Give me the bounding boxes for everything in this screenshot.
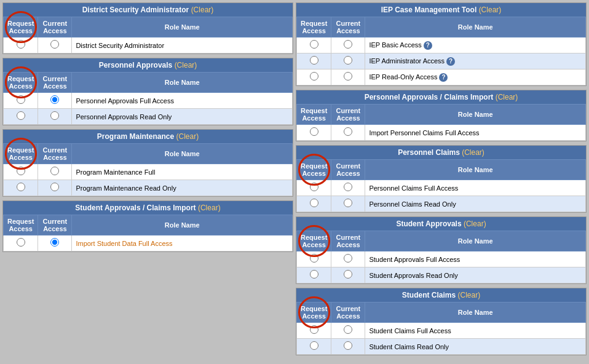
current-access-radio-personnel-approvals-1[interactable] — [50, 111, 59, 120]
table-row: Personnel Approvals Full Access — [4, 93, 293, 109]
table-row: Personnel Claims Read Only — [297, 196, 586, 212]
table-row: Student Approvals Read Only — [297, 267, 586, 283]
current-access-radio-student-approvals-1[interactable] — [344, 270, 352, 279]
current-access-radio-program-maintenance-1[interactable] — [50, 183, 59, 191]
table-student-claims: RequestAccessCurrentAccessRole NameStude… — [296, 302, 586, 355]
section-personnel-claims: Personnel Claims (Clear)RequestAccessCur… — [296, 145, 587, 213]
current-access-radio-iep-case-management-1[interactable] — [344, 56, 352, 65]
table-row: Program Maintenance Full — [4, 164, 293, 180]
clear-link-district-security[interactable]: (Clear) — [191, 6, 214, 14]
request-access-cell-student-approvals-claims-0 — [4, 235, 38, 251]
current-access-cell-personnel-approvals-claims-0 — [331, 125, 365, 141]
role-name-cell-personnel-approvals-claims-0: Import Personnel Claims Full Access — [365, 125, 586, 141]
clear-link-personnel-claims[interactable]: (Clear) — [462, 148, 484, 157]
role-name-cell-student-claims-1: Student Claims Read Only — [365, 339, 586, 355]
section-header-iep-case-management: IEP Case Management Tool (Clear) — [296, 3, 586, 17]
col-header-request-access-student-approvals: RequestAccess — [297, 231, 331, 251]
clear-link-iep-case-management[interactable]: (Clear) — [479, 6, 502, 14]
request-access-radio-personnel-approvals-0[interactable] — [17, 95, 25, 104]
request-access-radio-student-claims-1[interactable] — [310, 341, 318, 350]
current-access-radio-student-approvals-0[interactable] — [344, 254, 352, 263]
current-access-cell-personnel-claims-1 — [331, 196, 365, 212]
request-access-radio-program-maintenance-1[interactable] — [17, 183, 25, 191]
request-access-radio-program-maintenance-0[interactable] — [17, 167, 25, 175]
current-access-radio-personnel-claims-1[interactable] — [344, 199, 352, 207]
current-access-cell-personnel-approvals-1 — [38, 109, 72, 125]
table-row: Student Claims Read Only — [297, 339, 586, 355]
request-access-radio-district-security-0[interactable] — [17, 40, 25, 49]
table-row: Student Claims Full Access — [297, 323, 586, 339]
table-wrapper-personnel-approvals: RequestAccessCurrentAccessRole NamePerso… — [3, 72, 293, 125]
request-access-radio-iep-case-management-1[interactable] — [310, 56, 318, 65]
request-access-cell-iep-case-management-1 — [297, 53, 331, 69]
clear-link-student-approvals-claims[interactable]: (Clear) — [198, 204, 221, 212]
table-row: Student Approvals Full Access — [297, 251, 586, 267]
current-access-cell-district-security-0 — [38, 38, 72, 53]
current-access-radio-personnel-approvals-claims-0[interactable] — [344, 127, 352, 136]
main-container: District Security Administrator (Clear)R… — [2, 2, 587, 355]
current-access-cell-program-maintenance-0 — [38, 164, 72, 180]
current-access-radio-student-claims-1[interactable] — [344, 341, 352, 350]
section-header-program-maintenance: Program Maintenance (Clear) — [3, 130, 293, 143]
current-access-radio-district-security-0[interactable] — [50, 40, 59, 49]
section-header-district-security: District Security Administrator (Clear) — [3, 3, 293, 17]
table-personnel-claims: RequestAccessCurrentAccessRole NamePerso… — [296, 159, 586, 212]
col-header-role-name-personnel-approvals-claims: Role Name — [365, 105, 586, 125]
role-name-cell-program-maintenance-0: Program Maintenance Full — [72, 164, 293, 180]
table-personnel-approvals-claims: RequestAccessCurrentAccessRole NameImpor… — [296, 104, 586, 141]
current-access-radio-student-claims-0[interactable] — [344, 325, 352, 334]
current-access-radio-iep-case-management-0[interactable] — [344, 40, 352, 49]
col-header-role-name-personnel-claims: Role Name — [365, 160, 586, 180]
col-header-role-name-personnel-approvals: Role Name — [72, 73, 293, 93]
current-access-cell-iep-case-management-2 — [331, 69, 365, 85]
col-header-current-access-program-maintenance: CurrentAccess — [38, 144, 72, 164]
section-iep-case-management: IEP Case Management Tool (Clear)RequestA… — [296, 2, 587, 86]
request-access-radio-student-approvals-claims-0[interactable] — [17, 238, 25, 247]
request-access-radio-personnel-approvals-1[interactable] — [17, 111, 25, 120]
clear-link-program-maintenance[interactable]: (Clear) — [176, 132, 199, 141]
current-access-radio-personnel-claims-0[interactable] — [344, 183, 352, 191]
request-access-radio-student-approvals-0[interactable] — [310, 254, 318, 263]
col-header-request-access-program-maintenance: RequestAccess — [4, 144, 38, 164]
col-header-role-name-student-claims: Role Name — [365, 303, 586, 323]
request-access-cell-program-maintenance-1 — [4, 180, 38, 196]
table-wrapper-iep-case-management: RequestAccessCurrentAccessRole NameIEP B… — [296, 17, 586, 85]
role-name-cell-personnel-approvals-1: Personnel Approvals Read Only — [72, 109, 293, 125]
request-access-radio-iep-case-management-2[interactable] — [310, 72, 318, 81]
col-header-current-access-student-approvals-claims: CurrentAccess — [38, 215, 72, 235]
col-header-current-access-personnel-approvals: CurrentAccess — [38, 73, 72, 93]
clear-link-student-approvals[interactable]: (Clear) — [464, 220, 486, 228]
request-access-radio-personnel-claims-0[interactable] — [310, 183, 318, 191]
request-access-cell-student-claims-0 — [297, 323, 331, 339]
section-header-personnel-claims: Personnel Claims (Clear) — [296, 146, 586, 159]
table-row: Personnel Claims Full Access — [297, 180, 586, 196]
help-icon-iep-case-management-2[interactable]: ? — [439, 73, 448, 82]
help-icon-iep-case-management-1[interactable]: ? — [446, 57, 455, 66]
current-access-radio-student-approvals-claims-0[interactable] — [50, 238, 59, 247]
table-wrapper-personnel-claims: RequestAccessCurrentAccessRole NamePerso… — [296, 159, 586, 212]
current-access-cell-student-approvals-claims-0 — [38, 235, 72, 251]
table-row: IEP Read-Only Access? — [297, 69, 586, 85]
col-header-request-access-student-claims: RequestAccess — [297, 303, 331, 323]
request-access-radio-student-claims-0[interactable] — [310, 325, 318, 334]
clear-link-student-claims[interactable]: (Clear) — [458, 291, 481, 299]
section-header-student-approvals: Student Approvals (Clear) — [296, 217, 586, 231]
section-personnel-approvals: Personnel Approvals (Clear)RequestAccess… — [2, 58, 293, 125]
col-header-role-name-program-maintenance: Role Name — [72, 144, 293, 164]
role-name-cell-iep-case-management-0: IEP Basic Access? — [365, 38, 586, 53]
current-access-radio-program-maintenance-0[interactable] — [50, 167, 59, 175]
role-name-cell-personnel-claims-0: Personnel Claims Full Access — [365, 180, 586, 196]
current-access-radio-iep-case-management-2[interactable] — [344, 72, 352, 81]
request-access-radio-student-approvals-1[interactable] — [310, 270, 318, 279]
role-name-cell-iep-case-management-1: IEP Administrator Access? — [365, 53, 586, 69]
current-access-radio-personnel-approvals-0[interactable] — [50, 95, 59, 104]
clear-link-personnel-approvals[interactable]: (Clear) — [175, 61, 197, 69]
request-access-radio-iep-case-management-0[interactable] — [310, 40, 318, 49]
request-access-radio-personnel-claims-1[interactable] — [310, 199, 318, 207]
current-access-cell-student-claims-1 — [331, 339, 365, 355]
clear-link-personnel-approvals-claims[interactable]: (Clear) — [496, 93, 518, 101]
request-access-radio-personnel-approvals-claims-0[interactable] — [310, 127, 318, 136]
help-icon-iep-case-management-0[interactable]: ? — [424, 41, 432, 50]
table-wrapper-student-claims: RequestAccessCurrentAccessRole NameStude… — [296, 302, 586, 355]
current-access-cell-program-maintenance-1 — [38, 180, 72, 196]
